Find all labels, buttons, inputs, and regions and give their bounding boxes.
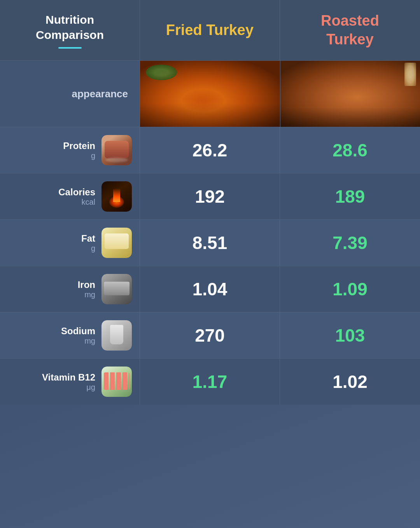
iron-val2: 1.09 bbox=[332, 279, 368, 300]
fat-icon bbox=[102, 228, 132, 258]
nutrient-label-vitaminb12: Vitamin B12 μg bbox=[0, 358, 140, 405]
header-label-cell: Nutrition Comparison bbox=[0, 0, 140, 60]
appearance-label-cell: appearance bbox=[0, 60, 140, 127]
nutrient-label-iron: Iron mg bbox=[0, 266, 140, 312]
vitaminb12-val1: 1.17 bbox=[192, 371, 228, 392]
col2-title: Roasted Turkey bbox=[321, 12, 379, 49]
fat-val1: 8.51 bbox=[192, 232, 228, 253]
sodium-val2: 103 bbox=[335, 325, 365, 346]
roasted-turkey-vitaminb12-value: 1.02 bbox=[280, 358, 420, 405]
roasted-turkey-iron-value: 1.09 bbox=[280, 266, 420, 312]
nutrient-name-protein: Protein bbox=[63, 140, 95, 151]
nutrient-label-calories: Calories kcal bbox=[0, 173, 140, 219]
header-underline-decoration bbox=[58, 47, 82, 49]
fried-turkey-calories-value: 192 bbox=[140, 173, 280, 219]
iron-icon bbox=[102, 274, 132, 304]
nutrient-icon-calories bbox=[102, 181, 132, 212]
calories-val1: 192 bbox=[195, 186, 225, 207]
nutrient-name-calories: Calories bbox=[58, 187, 95, 198]
nutrient-label-sodium: Sodium mg bbox=[0, 312, 140, 358]
nutrient-icon-vitaminb12 bbox=[102, 367, 132, 397]
nutrient-name-vitaminb12: Vitamin B12 bbox=[42, 372, 95, 383]
table-title: Nutrition Comparison bbox=[36, 12, 104, 42]
sodium-icon bbox=[102, 320, 132, 351]
header-col1-cell: Fried Turkey bbox=[140, 0, 280, 60]
nutrient-label-fat: Fat g bbox=[0, 219, 140, 266]
calories-icon bbox=[102, 181, 132, 212]
roasted-turkey-sodium-value: 103 bbox=[280, 312, 420, 358]
nutrient-name-sodium: Sodium bbox=[61, 326, 95, 337]
nutrient-text-sodium: Sodium mg bbox=[61, 326, 95, 346]
nutrient-unit-vitaminb12: μg bbox=[86, 383, 95, 392]
roasted-turkey-image bbox=[280, 60, 420, 127]
fat-val2: 7.39 bbox=[332, 232, 368, 253]
fried-turkey-sodium-value: 270 bbox=[140, 312, 280, 358]
iron-val1: 1.04 bbox=[192, 279, 228, 300]
calories-val2: 189 bbox=[335, 186, 365, 207]
fried-turkey-protein-value: 26.2 bbox=[140, 127, 280, 173]
fried-turkey-food-image bbox=[140, 61, 280, 127]
roasted-turkey-protein-value: 28.6 bbox=[280, 127, 420, 173]
nutrient-unit-calories: kcal bbox=[81, 198, 95, 207]
fried-turkey-iron-value: 1.04 bbox=[140, 266, 280, 312]
protein-val2: 28.6 bbox=[332, 140, 368, 161]
nutrient-icon-iron bbox=[102, 274, 132, 304]
nutrient-text-vitaminb12: Vitamin B12 μg bbox=[42, 372, 95, 392]
protein-val1: 26.2 bbox=[192, 140, 228, 161]
nutrient-icon-fat bbox=[102, 228, 132, 258]
fried-turkey-vitaminb12-value: 1.17 bbox=[140, 358, 280, 405]
fried-turkey-fat-value: 8.51 bbox=[140, 219, 280, 266]
nutrient-text-calories: Calories kcal bbox=[58, 187, 95, 207]
col1-title: Fried Turkey bbox=[166, 22, 254, 39]
nutrient-icon-protein bbox=[102, 135, 132, 165]
nutrient-unit-protein: g bbox=[91, 151, 95, 160]
nutrient-rows: Protein g 26.228.6 Calories kcal 192189 … bbox=[0, 127, 420, 405]
header-col2-cell: Roasted Turkey bbox=[280, 0, 420, 60]
roasted-turkey-calories-value: 189 bbox=[280, 173, 420, 219]
nutrient-name-iron: Iron bbox=[78, 279, 95, 290]
nutrient-text-iron: Iron mg bbox=[78, 279, 95, 299]
nutrient-name-fat: Fat bbox=[81, 233, 95, 244]
roasted-turkey-fat-value: 7.39 bbox=[280, 219, 420, 266]
nutrient-text-fat: Fat g bbox=[81, 233, 95, 253]
nutrition-comparison-table: Nutrition Comparison Fried Turkey Roaste… bbox=[0, 0, 420, 528]
fried-turkey-image bbox=[140, 60, 280, 127]
vitaminb12-val2: 1.02 bbox=[332, 371, 368, 392]
nutrient-label-protein: Protein g bbox=[0, 127, 140, 173]
appearance-label: appearance bbox=[72, 88, 128, 100]
roasted-turkey-food-image bbox=[280, 61, 420, 127]
nutrient-unit-sodium: mg bbox=[84, 337, 95, 346]
vitb12-icon bbox=[102, 367, 132, 397]
nutrient-unit-iron: mg bbox=[84, 290, 95, 299]
nutrient-icon-sodium bbox=[102, 320, 132, 351]
sodium-val1: 270 bbox=[195, 325, 225, 346]
nutrient-text-protein: Protein g bbox=[63, 140, 95, 160]
nutrient-unit-fat: g bbox=[91, 244, 95, 253]
protein-icon bbox=[102, 135, 132, 165]
